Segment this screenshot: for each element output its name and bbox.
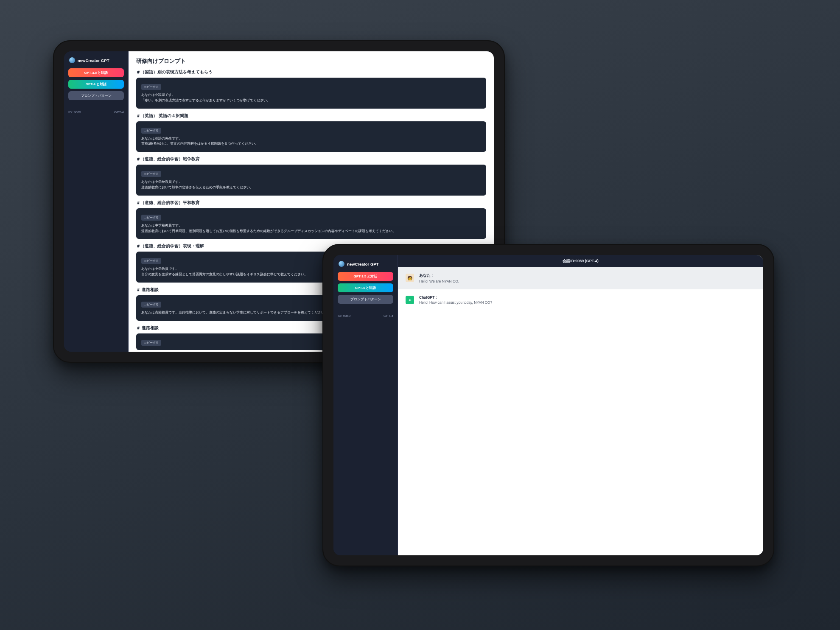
gpt4-button[interactable]: GPT-4 と対話	[338, 283, 393, 292]
message-author: ChatGPT :	[419, 295, 492, 300]
message-text: Hello! We are NYAN CO.	[419, 279, 459, 283]
screen-chat: newCreator GPT GPT-3.5 と対話 GPT-4 と対話 プロン…	[333, 255, 763, 555]
brand-icon	[69, 57, 75, 63]
session-info: ID: 9069 GPT-4	[338, 314, 393, 318]
copy-button[interactable]: コピーする	[141, 128, 161, 134]
bot-avatar-icon: ✦	[406, 296, 414, 304]
chat-body: 🧑 あなた : Hello! We are NYAN CO. ✦ ChatGPT…	[398, 267, 763, 555]
gpt35-button[interactable]: GPT-3.5 と対話	[68, 68, 124, 77]
copy-button[interactable]: コピーする	[141, 215, 161, 221]
session-info: ID: 9069 GPT-4	[68, 110, 124, 114]
prompt-card: コピーする あなたは中学校教員です。 道徳的教育において円卓問題、差別問題を通し…	[136, 208, 486, 239]
prompt-text: あなたは中学校教員です。	[141, 223, 481, 229]
prompt-section: ＃（道徳、総合的学習）平和教育 コピーする あなたは中学校教員です。 道徳的教育…	[136, 200, 486, 239]
session-id: ID: 9069	[68, 110, 81, 114]
copy-button[interactable]: コピーする	[141, 171, 161, 177]
prompt-section: ＃（国語）別の表現方法を考えてもらう コピーする あなたは小説家です。 「寒い」…	[136, 69, 486, 109]
prompt-text: 「寒い」を別の表現方法で表すとすると何がありますか？いくつか挙げてください。	[141, 98, 481, 104]
prompt-text: 道徳的教育において戦争の悲惨さを伝えるための手段を教えてください。	[141, 185, 481, 190]
page-title: 研修向けプロンプト	[136, 57, 486, 65]
gpt35-button[interactable]: GPT-3.5 と対話	[338, 272, 393, 281]
prompt-pattern-button[interactable]: プロンプトパターン	[338, 295, 393, 304]
user-avatar-icon: 🧑	[406, 274, 414, 282]
prompt-text: あなたは小説家です。	[141, 92, 481, 98]
session-id: ID: 9069	[338, 314, 350, 318]
brand: newCreator GPT	[68, 57, 124, 63]
session-model: GPT-4	[384, 314, 393, 318]
prompt-card: コピーする あなたは英語の先生です。 英検3級者向けに、英文の内容理解をはかる４…	[136, 121, 486, 152]
brand-name: newCreator GPT	[347, 262, 378, 266]
gpt4-button[interactable]: GPT-4 と対話	[68, 80, 124, 89]
copy-button[interactable]: コピーする	[141, 84, 161, 90]
message-text: Hello! How can I assist you today, NYAN …	[419, 300, 492, 305]
message-author: あなた :	[419, 273, 459, 278]
copy-button[interactable]: コピーする	[141, 302, 161, 308]
prompt-section: ＃（英語） 英語の４択問題 コピーする あなたは英語の先生です。 英検3級者向け…	[136, 113, 486, 152]
brand-name: newCreator GPT	[78, 58, 109, 63]
tablet-front: newCreator GPT GPT-3.5 と対話 GPT-4 と対話 プロン…	[322, 244, 774, 566]
section-title: ＃（道徳、総合的学習）戦争教育	[136, 156, 486, 162]
brand: newCreator GPT	[338, 261, 393, 267]
sidebar: newCreator GPT GPT-3.5 と対話 GPT-4 と対話 プロン…	[64, 51, 129, 352]
copy-button[interactable]: コピーする	[141, 258, 161, 264]
chat-header: 会話ID:9069 (GPT-4)	[398, 255, 763, 267]
copy-button[interactable]: コピーする	[141, 340, 161, 346]
section-title: ＃（道徳、総合的学習）平和教育	[136, 200, 486, 206]
session-model: GPT-4	[114, 110, 124, 114]
message-user: 🧑 あなた : Hello! We are NYAN CO.	[398, 267, 763, 289]
prompt-card: コピーする あなたは中学校教員です。 道徳的教育において戦争の悲惨さを伝えるため…	[136, 165, 486, 196]
prompt-text: あなたは英語の先生です。	[141, 136, 481, 142]
chat-main: 会話ID:9069 (GPT-4) 🧑 あなた : Hello! We are …	[398, 255, 763, 555]
sidebar: newCreator GPT GPT-3.5 と対話 GPT-4 と対話 プロン…	[333, 255, 398, 555]
prompt-section: ＃（道徳、総合的学習）戦争教育 コピーする あなたは中学校教員です。 道徳的教育…	[136, 156, 486, 196]
prompt-card: コピーする あなたは小説家です。 「寒い」を別の表現方法で表すとすると何がありま…	[136, 78, 486, 109]
prompt-text: 英検3級者向けに、英文の内容理解をはかる４択問題を５つ作ってください。	[141, 141, 481, 147]
section-title: ＃（国語）別の表現方法を考えてもらう	[136, 69, 486, 75]
section-title: ＃（英語） 英語の４択問題	[136, 113, 486, 119]
prompt-text: あなたは中学校教員です。	[141, 179, 481, 185]
prompt-pattern-button[interactable]: プロンプトパターン	[68, 91, 124, 100]
message-content: ChatGPT : Hello! How can I assist you to…	[419, 295, 492, 305]
brand-icon	[339, 261, 344, 267]
message-content: あなた : Hello! We are NYAN CO.	[419, 273, 459, 283]
message-bot: ✦ ChatGPT : Hello! How can I assist you …	[398, 289, 763, 311]
prompt-text: 道徳的教育において円卓問題、差別問題を通してお互いの個性を尊重するための経験がで…	[141, 229, 481, 234]
